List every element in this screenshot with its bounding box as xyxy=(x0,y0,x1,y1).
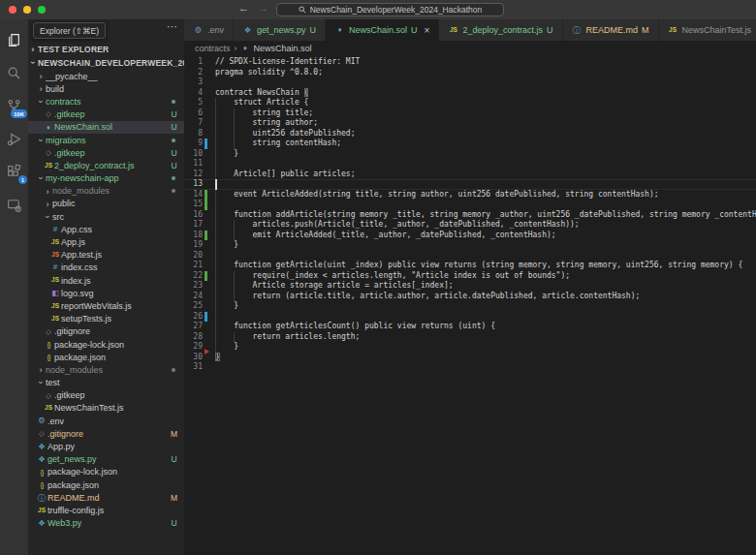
tree-item-get-news.py[interactable]: ❖get_news.pyU xyxy=(28,453,184,466)
close-icon[interactable]: × xyxy=(425,25,430,36)
tree-item-app.py[interactable]: ❖App.py xyxy=(28,440,184,452)
tree-item-app.test.js[interactable]: JSApp.test.js xyxy=(28,249,184,262)
code-line: 19 } xyxy=(184,240,756,251)
tree-item-my-newschain-app[interactable]: ›my-newschain-app xyxy=(28,172,184,185)
js-icon: JS xyxy=(668,27,678,34)
command-center-search[interactable]: NewsChain_DeveloperWeek_2024_Hackathon xyxy=(276,3,504,16)
tree-item-newschain.sol[interactable]: ♦NewsChain.solU xyxy=(28,121,184,134)
tab-2-deploy-contract.js[interactable]: JS2_deploy_contract.jsU xyxy=(439,19,561,41)
tab-newschaintest.js[interactable]: JSNewsChainTest.js xyxy=(659,19,756,41)
code-text xyxy=(210,200,756,210)
code-line: 5 struct Article { xyxy=(184,98,756,108)
code-line: 1// SPDX-License-Identifier: MIT xyxy=(184,57,756,68)
tree-item-contracts[interactable]: ›contracts xyxy=(28,95,184,108)
tree-item-.gitignore[interactable]: ◇.gitignore xyxy=(28,325,184,338)
title-bar: ← → NewsChain_DeveloperWeek_2024_Hackath… xyxy=(0,0,756,19)
tree-item-test[interactable]: ›test xyxy=(28,377,184,389)
tree-item-setuptests.js[interactable]: JSsetupTests.js xyxy=(28,313,184,325)
gutter-spacer xyxy=(205,261,207,271)
tree-item-migrations[interactable]: ›migrations xyxy=(28,134,184,146)
chevron-down-icon: › xyxy=(36,97,46,107)
tree-item-label: NewsChain.sol xyxy=(54,122,112,132)
tab-readme.md[interactable]: ⓘREADME.mdM xyxy=(563,19,658,41)
css-icon: # xyxy=(49,226,61,233)
code-line: 27 function getArticlesCount() public vi… xyxy=(184,322,756,332)
tree-item-app.js[interactable]: JSApp.js xyxy=(28,235,184,248)
indent-guide-line xyxy=(215,220,216,231)
tree-item-label: README.md xyxy=(47,493,100,503)
chevron-down-icon: › xyxy=(36,136,46,145)
tree-item-public[interactable]: ›public xyxy=(28,198,184,210)
line-number: 27 xyxy=(184,322,203,332)
tree-item-package-lock.json[interactable]: {}package-lock.json xyxy=(28,338,184,351)
back-button[interactable]: ← xyxy=(238,2,249,14)
extensions-badge: 1 xyxy=(18,175,27,184)
tree-item-node-modules[interactable]: ›node_modules xyxy=(28,363,184,376)
tree-item-label: NewsChainTest.js xyxy=(54,403,124,413)
minimize-window-button[interactable] xyxy=(23,6,31,14)
tree-item-build[interactable]: ›build xyxy=(28,82,184,95)
solidity-icon: ♦ xyxy=(334,26,345,34)
gutter-spacer xyxy=(205,281,207,292)
breadcrumb[interactable]: contracts › ♦ NewsChain.sol xyxy=(184,41,756,56)
tree-item-src[interactable]: ›src xyxy=(28,210,184,223)
tab-git-status: M xyxy=(642,25,649,35)
tab-get-news.py[interactable]: ❖get_news.pyU xyxy=(234,19,325,41)
tree-item-reportwebvitals.js[interactable]: JSreportWebVitals.js xyxy=(28,299,184,312)
tab-.env[interactable]: ⚙.env xyxy=(184,19,233,41)
tree-item-truffle-config.js[interactable]: JStruffle-config.js xyxy=(28,504,184,516)
sidebar-section-newschain-developerweek-2024-ha...[interactable]: ›NEWSCHAIN_DEVELOPERWEEK_2024_HA... xyxy=(28,56,184,70)
activity-search-button[interactable] xyxy=(0,56,28,89)
code-editor[interactable]: 1// SPDX-License-Identifier: MIT2pragma … xyxy=(184,56,756,555)
tree-item-.env[interactable]: ⚙.env xyxy=(28,415,184,427)
more-actions-button[interactable]: ⋯ xyxy=(167,20,177,33)
tree-item-.gitkeep[interactable]: ◇.gitkeep xyxy=(28,389,184,402)
tree-item-.gitkeep[interactable]: ◇.gitkeepU xyxy=(28,146,184,159)
tree-item-package.json[interactable]: {}package.json xyxy=(28,351,184,363)
line-number: 2 xyxy=(184,68,203,78)
tree-item--pycache-[interactable]: ›__pycache__ xyxy=(28,70,184,82)
tree-item-app.css[interactable]: #App.css xyxy=(28,223,184,235)
tab-newschain.sol[interactable]: ♦NewsChain.solU× xyxy=(326,19,438,41)
tree-item-.gitkeep[interactable]: ◇.gitkeepU xyxy=(28,108,184,121)
activity-extensions-button[interactable]: 1 xyxy=(0,155,28,188)
tab-git-status: U xyxy=(310,25,317,35)
git-status-badge: M xyxy=(169,493,179,503)
activity-remote-explorer-button[interactable] xyxy=(0,188,28,221)
activity-explorer-button[interactable] xyxy=(0,23,28,56)
tree-item-node-modules[interactable]: ›node_modules xyxy=(28,185,184,198)
tree-item-newschaintest.js[interactable]: JSNewsChainTest.js xyxy=(28,402,184,415)
code-text: function getArticle(uint _index) public … xyxy=(210,261,756,271)
tree-item-2-deploy-contract.js[interactable]: JS2_deploy_contract.jsU xyxy=(28,159,184,171)
code-text: } xyxy=(210,301,756,312)
tree-item-package.json[interactable]: {}package.json xyxy=(28,478,184,491)
sidebar-section-test-explorer[interactable]: ›TEST EXPLORER xyxy=(28,43,184,56)
code-text: return (article.title, article.author, a… xyxy=(210,292,756,302)
close-window-button[interactable] xyxy=(9,6,16,14)
tree-item-logo.svg[interactable]: ◧logo.svg xyxy=(28,287,184,299)
gutter: 11 xyxy=(184,159,210,170)
activity-source-control-button[interactable]: 10K xyxy=(0,89,28,122)
gutter: 2 xyxy=(184,68,210,78)
tree-item-label: package-lock.json xyxy=(54,340,124,350)
breadcrumb-folder[interactable]: contracts xyxy=(195,44,231,53)
solidity-icon: ♦ xyxy=(241,45,250,52)
tree-item-.gitignore[interactable]: ◇.gitignoreM xyxy=(28,427,184,440)
tree-item-index.css[interactable]: #index.css xyxy=(28,262,184,274)
line-number: 19 xyxy=(184,240,203,251)
code-line: 29 } xyxy=(184,342,756,353)
tree-item-index.js[interactable]: JSindex.js xyxy=(28,274,184,287)
maximize-window-button[interactable] xyxy=(38,6,46,14)
activity-run-debug-button[interactable] xyxy=(0,122,28,155)
tree-item-label: migrations xyxy=(46,136,86,145)
indent-guide-line xyxy=(215,159,216,170)
indent-guide-line xyxy=(234,220,235,231)
breadcrumb-file[interactable]: NewsChain.sol xyxy=(254,44,312,53)
tree-item-readme.md[interactable]: ⓘREADME.mdM xyxy=(28,491,184,504)
tree-item-package-lock.json[interactable]: {}package-lock.json xyxy=(28,466,184,478)
indent-guide-line xyxy=(215,322,216,332)
tree-item-web3.py[interactable]: ❖Web3.pyU xyxy=(28,517,184,530)
section-label: TEST EXPLORER xyxy=(38,45,109,54)
forward-button[interactable]: → xyxy=(258,2,268,14)
tree-item-label: public xyxy=(52,199,76,208)
